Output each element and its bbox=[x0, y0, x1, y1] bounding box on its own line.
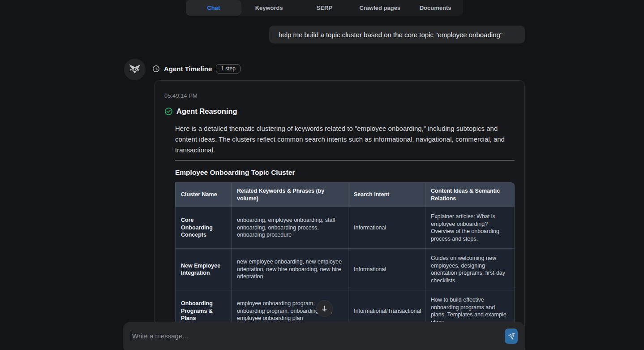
send-icon bbox=[508, 333, 515, 340]
cell-search-intent: Informational bbox=[348, 248, 425, 290]
reasoning-text: Here is a detailed thematic clustering o… bbox=[175, 123, 515, 156]
tab[interactable]: Keywords bbox=[241, 0, 297, 16]
avatar bbox=[124, 59, 146, 80]
clock-icon bbox=[152, 65, 160, 73]
cell-content-ideas: Guides on welcoming new employees, desig… bbox=[425, 248, 515, 290]
agent-timeline-label: Agent Timeline bbox=[164, 65, 212, 73]
text-cursor bbox=[131, 332, 131, 341]
table-row: New Employee Integration new employee on… bbox=[175, 248, 515, 290]
tab-label: Keywords bbox=[255, 4, 283, 11]
steps-badge[interactable]: 1 step bbox=[216, 64, 240, 73]
message-input[interactable]: Write a message... bbox=[131, 322, 505, 350]
cell-keywords: onboarding, employee onboarding, staff o… bbox=[231, 207, 348, 248]
reasoning-title: Agent Reasoning bbox=[176, 107, 237, 116]
table-header-row: Cluster Name Related Keywords & Phrases … bbox=[175, 182, 515, 207]
step-timestamp: 05:49:14 PM bbox=[164, 92, 514, 99]
message-composer: Write a message... bbox=[123, 322, 525, 350]
tab[interactable]: Crawled pages bbox=[352, 0, 408, 16]
scroll-to-bottom-button[interactable] bbox=[316, 300, 333, 317]
cell-cluster-name: New Employee Integration bbox=[175, 248, 231, 290]
arrow-down-icon bbox=[321, 305, 328, 312]
table-header-cell: Cluster Name bbox=[175, 182, 231, 207]
tab[interactable]: SERP bbox=[297, 0, 352, 16]
owl-logo-icon bbox=[128, 62, 142, 77]
cell-cluster-name: Core Onboarding Concepts bbox=[175, 207, 231, 248]
table-title: Employee Onboarding Topic Cluster bbox=[175, 169, 515, 177]
input-placeholder: Write a message... bbox=[132, 332, 188, 340]
tab[interactable]: Chat bbox=[186, 0, 241, 16]
tab-label: Crawled pages bbox=[359, 4, 400, 11]
tab[interactable]: Documents bbox=[408, 0, 463, 16]
top-tab-bar: Chat Keywords SERP Crawled pages Documen… bbox=[186, 0, 463, 16]
table-header-cell: Search Intent bbox=[348, 182, 425, 207]
cell-keywords: new employee onboarding, new employee or… bbox=[231, 248, 348, 290]
user-message-text: help me build a topic cluster based on t… bbox=[279, 31, 502, 39]
user-message-bubble: help me build a topic cluster based on t… bbox=[269, 26, 525, 43]
check-circle-icon bbox=[164, 107, 173, 116]
agent-timeline-header: Agent Timeline 1 step bbox=[152, 64, 240, 73]
tab-label: Documents bbox=[420, 4, 451, 11]
send-button[interactable] bbox=[505, 328, 518, 344]
table-header-cell: Content Ideas & Semantic Relations bbox=[425, 182, 515, 207]
agent-timeline-card: 05:49:14 PM Agent Reasoning Here is a de… bbox=[154, 80, 525, 350]
tab-label: Chat bbox=[207, 4, 220, 11]
divider bbox=[175, 160, 515, 160]
table-row: Core Onboarding Concepts onboarding, emp… bbox=[175, 207, 515, 248]
table-header-cell: Related Keywords & Phrases (by volume) bbox=[231, 182, 348, 207]
cell-content-ideas: Explainer articles: What is employee onb… bbox=[425, 207, 515, 248]
tab-label: SERP bbox=[317, 4, 332, 11]
cell-search-intent: Informational bbox=[348, 207, 425, 248]
